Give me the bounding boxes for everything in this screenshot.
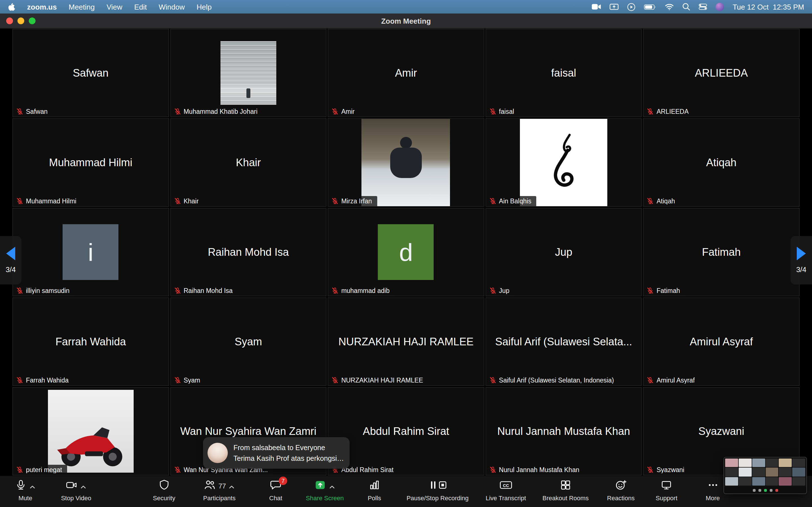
chat-notification[interactable]: From salsabeela to Everyone Terima Kasih…: [203, 437, 350, 469]
toolbar-live-transcript-button[interactable]: CCLive Transcript: [486, 480, 526, 501]
muted-mic-icon: [174, 466, 181, 473]
chevron-up-icon[interactable]: [329, 481, 335, 491]
toolbar-more-button[interactable]: More: [706, 480, 720, 501]
fullscreen-button[interactable]: [29, 17, 36, 24]
participant-tile[interactable]: iilliyin samsudin: [12, 208, 169, 296]
toolbar-breakout-rooms-button[interactable]: Breakout Rooms: [543, 480, 589, 501]
participant-tile[interactable]: Saiful Arif (Sulawesi Selata...Saiful Ar…: [486, 297, 642, 386]
menu-bar-clock[interactable]: Tue 12 Oct 12:35 PM: [733, 3, 804, 11]
muted-mic-icon: [174, 377, 181, 384]
participant-tile[interactable]: AmirAmir: [327, 29, 484, 117]
participant-label-text: Muhammad Hilmi: [26, 198, 77, 205]
toolbar-share-screen-button[interactable]: Share Screen: [306, 480, 344, 501]
menu-item-meeting[interactable]: Meeting: [68, 3, 95, 11]
participant-tile[interactable]: KhairKhair: [170, 118, 326, 207]
toolbar-label: Mute: [18, 495, 33, 501]
participant-tile[interactable]: dmuhammad adib: [327, 208, 484, 296]
participant-label: Muhammad Hilmi: [13, 196, 82, 206]
thumbnail-toolbar-dot: [758, 489, 761, 492]
previous-page-button[interactable]: 3/4: [0, 236, 21, 284]
menu-item-app[interactable]: zoom.us: [27, 3, 57, 11]
toolbar-participants-button[interactable]: 77Participants: [203, 480, 236, 501]
participant-tile[interactable]: Muhammad HilmiMuhammad Hilmi: [12, 118, 169, 207]
participant-tile[interactable]: Farrah WahidaFarrah Wahida: [12, 297, 169, 386]
user-avatar[interactable]: [716, 3, 724, 11]
participant-tile[interactable]: FatimahFatimah: [643, 208, 800, 296]
participant-tile[interactable]: Ain Balqhis: [486, 118, 642, 207]
participant-tile[interactable]: Mirza Irfan: [327, 118, 484, 207]
participant-tile[interactable]: Nurul Jannah Mustafa KhanNurul Jannah Mu…: [486, 387, 642, 475]
participant-tile[interactable]: SyamSyam: [170, 297, 326, 386]
toolbar-mute-button[interactable]: Mute: [15, 480, 36, 501]
participant-tile[interactable]: Abdul Rahim SiratAbdul Rahim Sirat: [327, 387, 484, 475]
play-circle-icon[interactable]: [627, 3, 636, 11]
thumbnail-tile: [752, 477, 765, 486]
thumbnail-tile: [792, 459, 805, 467]
spotlight-icon[interactable]: [682, 3, 691, 11]
unread-badge: 7: [279, 476, 287, 485]
close-button[interactable]: [6, 17, 13, 24]
thumbnail-toolbar-dot: [775, 489, 778, 492]
participant-label-text: Atiqah: [657, 198, 675, 205]
muted-mic-icon: [490, 108, 496, 115]
display-icon[interactable]: [610, 3, 619, 10]
participant-label-text: Amir: [341, 108, 354, 115]
participant-label: NURZAKIAH HAJI RAMLEE: [328, 375, 428, 385]
toolbar-reactions-button[interactable]: Reactions: [607, 480, 635, 501]
participant-label-text: Nurul Jannah Mustafa Khan: [499, 466, 579, 473]
toolbar-label: Reactions: [607, 495, 635, 501]
chevron-up-icon[interactable]: [29, 481, 36, 491]
participant-name: Nurul Jannah Mustafa Khan: [492, 425, 636, 438]
control-center-icon[interactable]: [699, 3, 707, 10]
muted-mic-icon: [490, 198, 496, 205]
menu-item-window[interactable]: Window: [159, 3, 185, 11]
participant-letter-avatar: i: [63, 224, 119, 280]
toolbar-label: Breakout Rooms: [543, 495, 589, 501]
thumbnail-tile: [792, 468, 805, 476]
participant-name: Saiful Arif (Sulawesi Selata...: [490, 335, 638, 348]
wifi-icon[interactable]: [665, 3, 674, 10]
toolbar-stop-video-button[interactable]: Stop Video: [61, 480, 91, 501]
video-camera-icon[interactable]: [592, 3, 601, 10]
participant-name: Atiqah: [701, 156, 742, 169]
participant-label-text: Fatimah: [657, 287, 680, 294]
user-avatar[interactable]: [716, 3, 724, 11]
menu-item-help[interactable]: Help: [197, 3, 212, 11]
participant-tile[interactable]: Muhammad Khatib Johari: [170, 29, 326, 117]
menu-item-view[interactable]: View: [107, 3, 122, 11]
toolbar-support-button[interactable]: Support: [656, 480, 677, 501]
participant-tile[interactable]: JupJup: [486, 208, 642, 296]
toolbar-chat-button[interactable]: 7Chat: [269, 480, 283, 501]
toolbar-security-button[interactable]: Security: [153, 480, 175, 501]
chevron-up-icon[interactable]: [229, 481, 235, 491]
toolbar-polls-button[interactable]: Polls: [368, 480, 381, 501]
participant-tile[interactable]: Amirul AsyrafAmirul Asyraf: [643, 297, 800, 386]
participant-label: Farrah Wahida: [13, 375, 73, 385]
meeting-thumbnail-window[interactable]: [723, 457, 807, 494]
menu-item-edit[interactable]: Edit: [134, 3, 147, 11]
participant-tile[interactable]: faisalfaisal: [486, 29, 642, 117]
battery-icon[interactable]: [644, 4, 657, 10]
participant-tile[interactable]: ARLIEEDAARLIEEDA: [643, 29, 800, 117]
participant-tile[interactable]: puteri megat: [12, 387, 169, 475]
participant-tile[interactable]: Raihan Mohd IsaRaihan Mohd Isa: [170, 208, 326, 296]
participant-name: Muhammad Hilmi: [43, 156, 138, 169]
toolbar-record-button[interactable]: Pause/Stop Recording: [407, 480, 469, 501]
muted-mic-icon: [16, 287, 23, 294]
participant-count: 77: [218, 482, 226, 490]
minimize-button[interactable]: [17, 17, 24, 24]
participant-tile[interactable]: AtiqahAtiqah: [643, 118, 800, 207]
chevron-up-icon[interactable]: [80, 481, 87, 491]
thumbnail-tile: [752, 459, 765, 467]
participant-label-text: puteri megat: [26, 466, 62, 473]
toolbar-label: Share Screen: [306, 495, 344, 501]
next-page-button[interactable]: 3/4: [791, 236, 812, 284]
toolbar-label: More: [706, 495, 720, 501]
participant-name: Safwan: [67, 67, 114, 79]
participant-tile[interactable]: NURZAKIAH HAJI RAMLEENURZAKIAH HAJI RAML…: [327, 297, 484, 386]
toolbar-label: Polls: [368, 495, 381, 501]
apple-menu-icon[interactable]: [8, 3, 15, 11]
muted-mic-icon: [16, 108, 23, 115]
participant-label: Atiqah: [644, 196, 680, 206]
participant-tile[interactable]: SafwanSafwan: [12, 29, 169, 117]
